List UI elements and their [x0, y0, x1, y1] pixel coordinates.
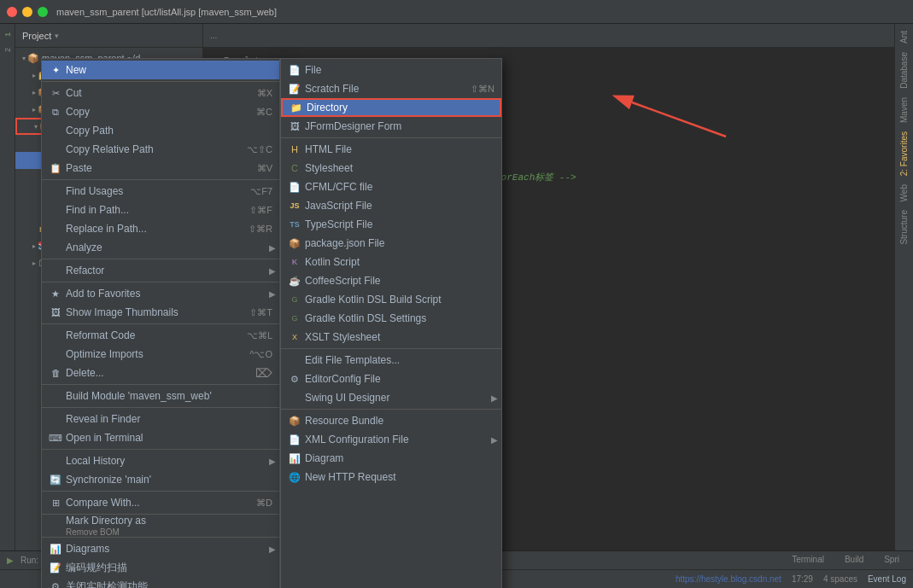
submenu-item-ts[interactable]: TS TypeScript File — [281, 215, 501, 234]
kotlin-icon: K — [288, 255, 301, 269]
code-toolbar: ... — [203, 24, 894, 48]
submenu-item-html[interactable]: H HTML File — [281, 140, 501, 159]
status-position: 17:29 — [792, 574, 813, 584]
submenu-item-kotlin[interactable]: K Kotlin Script — [281, 253, 501, 271]
refactor-icon — [49, 264, 62, 277]
find-path-icon — [49, 203, 62, 217]
new-label: New — [66, 64, 86, 76]
submenu-item-scratch[interactable]: 📝 Scratch File ⇧⌘N — [281, 79, 501, 98]
sidebar-ant[interactable]: Ant — [899, 27, 909, 47]
terminal-tab[interactable]: Terminal — [785, 553, 831, 568]
traffic-lights — [7, 7, 48, 17]
titlebar-file: uct/listAll.jsp [maven_ssm_web] — [144, 7, 277, 17]
copy-path-icon — [49, 124, 62, 137]
jform-icon: 🖼 — [288, 119, 301, 133]
menu-item-compare[interactable]: ⊞ Compare With... ⌘D — [42, 493, 279, 512]
submenu-item-directory[interactable]: 📁 Directory — [281, 98, 501, 117]
minimize-button[interactable] — [22, 7, 32, 17]
submenu-item-gradle-build[interactable]: G Gradle Kotlin DSL Build Script — [281, 290, 501, 309]
menu-item-copy-relative[interactable]: Copy Relative Path ⌥⇧C — [42, 140, 279, 159]
menu-item-find-in-path[interactable]: Find in Path... ⇧⌘F — [42, 201, 279, 219]
find-usages-icon — [49, 184, 62, 198]
submenu-item-stylesheet[interactable]: C Stylesheet — [281, 159, 501, 178]
menu-item-analyze[interactable]: Analyze ▶ — [42, 238, 279, 257]
menu-item-optimize[interactable]: Optimize Imports ^⌥O — [42, 345, 279, 364]
menu-item-local-history[interactable]: Local History ▶ — [42, 451, 279, 470]
build-tab[interactable]: Build — [838, 553, 870, 568]
reformat-icon — [49, 329, 62, 342]
sep7 — [42, 407, 279, 408]
submenu-item-js[interactable]: JS JavaScript File — [281, 196, 501, 215]
submenu-item-jform[interactable]: 🖼 JFormDesigner Form — [281, 117, 501, 136]
menu-item-copy-path[interactable]: Copy Path — [42, 121, 279, 140]
menu-item-reformat[interactable]: Reformat Code ⌥⌘L — [42, 326, 279, 345]
submenu-item-file[interactable]: 📄 File — [281, 61, 501, 79]
new-submenu: 📄 File 📝 Scratch File ⇧⌘N 📁 Directory 🖼 … — [280, 58, 502, 588]
html-icon: H — [288, 143, 301, 156]
menu-item-new[interactable]: ✦ New ▶ — [42, 61, 279, 79]
sprint-tab[interactable]: Spri — [877, 553, 906, 568]
sidebar-favorites[interactable]: 2: Favorites — [899, 128, 909, 179]
status-right: https://hestyle.blog.csdn.net 17:29 4 sp… — [676, 574, 906, 584]
titlebar: maven_ssm_parent [ uct/listAll.jsp [mave… — [0, 0, 913, 24]
submenu-item-editorconfig[interactable]: ⚙ EditorConfig File — [281, 370, 501, 388]
submenu-item-cfml[interactable]: 📄 CFML/CFC file — [281, 178, 501, 196]
submenu-item-swing[interactable]: Swing UI Designer ▶ — [281, 388, 501, 407]
submenu-item-http-request[interactable]: 🌐 New HTTP Request — [281, 468, 501, 486]
submenu-item-diagram[interactable]: 📊 Diagram — [281, 449, 501, 468]
menu-item-paste[interactable]: 📋 Paste ⌘V — [42, 159, 279, 178]
sep4 — [42, 282, 279, 282]
sidebar-structure[interactable]: Structure — [899, 207, 909, 248]
maximize-button[interactable] — [38, 7, 48, 17]
menu-item-replace-in-path[interactable]: Replace in Path... ⇧⌘R — [42, 219, 279, 238]
new-icon: ✦ — [49, 63, 62, 77]
submenu-item-coffee[interactable]: ☕ CoffeeScript File — [281, 271, 501, 290]
run-label: Run: — [20, 556, 38, 565]
submenu-sep2 — [281, 348, 501, 349]
menu-item-find-usages[interactable]: Find Usages ⌥F7 — [42, 182, 279, 201]
submenu-item-xslt[interactable]: X XSLT Stylesheet — [281, 328, 501, 346]
project-icon[interactable]: 1 — [1, 27, 15, 41]
menu-item-show-image[interactable]: 🖼 Show Image Thumbnails ⇧⌘T — [42, 303, 279, 322]
sep5 — [42, 323, 279, 324]
menu-item-encoding[interactable]: 📝 编码规约扫描 — [42, 558, 279, 577]
analyze-icon — [49, 241, 62, 254]
menu-item-realtime[interactable]: ⚙ 关闭实时检测功能 — [42, 577, 279, 588]
js-icon: JS — [288, 199, 301, 212]
submenu-item-package-json[interactable]: 📦 package.json File — [281, 234, 501, 253]
submenu-item-edit-templates[interactable]: Edit File Templates... — [281, 351, 501, 370]
panel-title: Project — [22, 31, 51, 41]
toolbar-path: ... — [210, 31, 217, 40]
sidebar-database[interactable]: Database — [899, 49, 909, 92]
realtime-icon: ⚙ — [49, 579, 62, 588]
sep1 — [42, 81, 279, 82]
menu-item-build-module[interactable]: Build Module 'maven_ssm_web' — [42, 387, 279, 405]
context-menu: ✦ New ▶ ✂ Cut ⌘X ⧉ Copy ⌘C Copy Path Cop… — [41, 58, 280, 588]
menu-item-refactor[interactable]: Refactor ▶ — [42, 261, 279, 280]
sep8 — [42, 449, 279, 450]
menu-item-open-terminal[interactable]: ⌨ Open in Terminal — [42, 428, 279, 447]
menu-item-reveal-finder[interactable]: Reveal in Finder — [42, 410, 279, 428]
menu-item-mark-directory[interactable]: Mark Directory as Remove BOM — [42, 516, 279, 535]
menu-item-diagrams[interactable]: 📊 Diagrams ▶ — [42, 539, 279, 558]
close-button[interactable] — [7, 7, 17, 17]
run-icon: ▶ — [7, 556, 14, 565]
menu-item-delete[interactable]: 🗑 Delete... ⌦ — [42, 364, 279, 382]
cut-icon: ✂ — [49, 86, 62, 100]
menu-item-cut[interactable]: ✂ Cut ⌘X — [42, 84, 279, 102]
optimize-icon — [49, 347, 62, 361]
encoding-icon: 📝 — [49, 561, 62, 574]
menu-item-copy[interactable]: ⧉ Copy ⌘C — [42, 102, 279, 121]
swing-icon — [288, 391, 301, 405]
menu-item-add-favorites[interactable]: ★ Add to Favorites ▶ — [42, 284, 279, 303]
fav-icon[interactable]: 2 — [1, 43, 15, 56]
left-sidebar-icons: 1 2 — [0, 24, 15, 588]
menu-item-synchronize[interactable]: 🔄 Synchronize 'main' — [42, 470, 279, 489]
run-tabs: Terminal Build Spri — [785, 553, 906, 568]
sidebar-maven[interactable]: Maven — [899, 94, 909, 126]
sidebar-web[interactable]: Web — [899, 181, 909, 205]
event-log[interactable]: Event Log — [868, 574, 906, 584]
submenu-item-xml-config[interactable]: 📄 XML Configuration File ▶ — [281, 430, 501, 449]
submenu-item-gradle-settings[interactable]: G Gradle Kotlin DSL Settings — [281, 309, 501, 328]
submenu-item-resource-bundle[interactable]: 📦 Resource Bundle — [281, 411, 501, 430]
